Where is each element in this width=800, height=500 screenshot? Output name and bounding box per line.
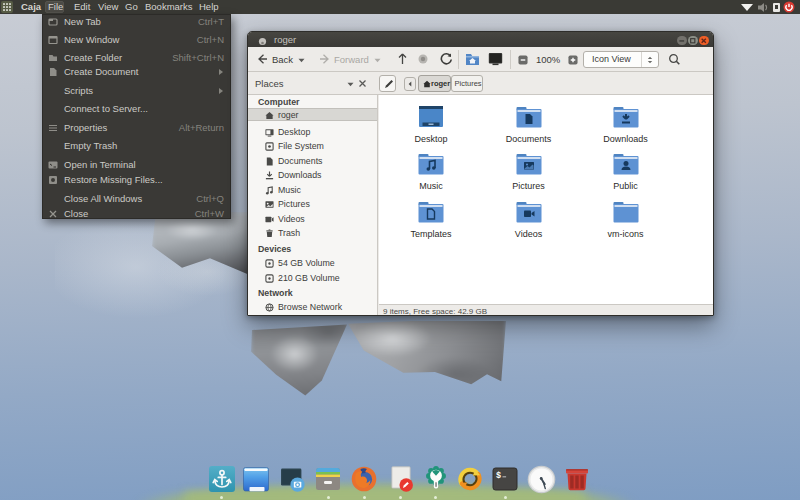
svg-text:$: $ bbox=[496, 471, 501, 481]
